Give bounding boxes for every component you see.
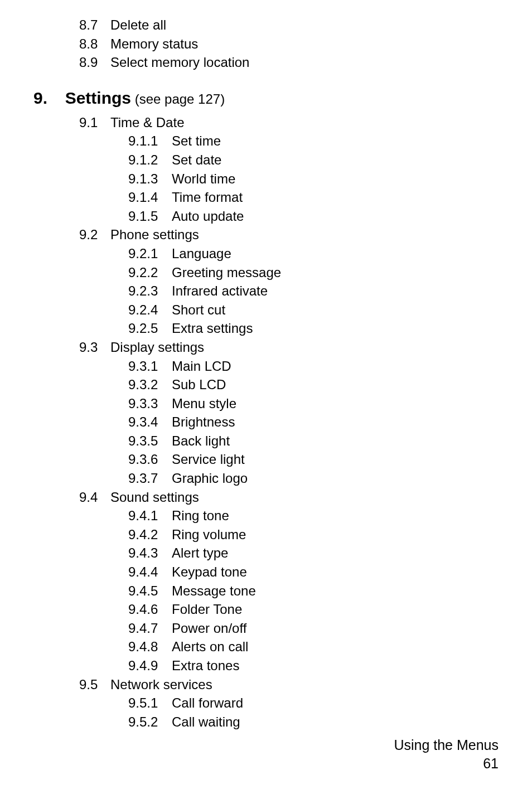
subitem-number: 9.2.5 (128, 319, 172, 338)
chapter-heading: 9. Settings (see page 127) (33, 89, 499, 108)
subitem-number: 9.4.1 (128, 506, 172, 525)
subitem-label: Set time (172, 133, 221, 148)
toc-subitem: 9.1.1Set time (128, 132, 499, 151)
subitem-number: 9.4.9 (128, 656, 172, 675)
toc-subitem: 9.4.9Extra tones (128, 656, 499, 675)
toc-section: 9.4Sound settings (79, 488, 499, 507)
subitem-number: 9.5.2 (128, 713, 172, 732)
section-number: 9.2 (79, 225, 110, 244)
subitem-number: 9.3.2 (128, 375, 172, 394)
chapter-see-ref: (see page 127) (135, 91, 225, 106)
subitem-label: Time format (172, 190, 243, 205)
toc-subitem: 9.1.5Auto update (128, 207, 499, 226)
toc-subitem: 9.4.1Ring tone (128, 506, 499, 525)
subitem-label: Sub LCD (172, 377, 226, 392)
subitem-number: 9.1.4 (128, 188, 172, 207)
section-label: Sound settings (110, 490, 199, 505)
toc-subitem: 9.4.7Power on/off (128, 619, 499, 638)
item-label: Delete all (110, 17, 166, 32)
toc-subitem: 9.2.1Language (128, 244, 499, 263)
toc-section: 9.5Network services (79, 675, 499, 694)
toc-subitem: 9.5.1Call forward (128, 694, 499, 713)
item-number: 8.8 (79, 35, 110, 54)
subitem-label: Extra settings (172, 321, 253, 336)
toc-subitem: 9.1.2Set date (128, 151, 499, 170)
subitem-number: 9.4.6 (128, 600, 172, 619)
subitem-label: Folder Tone (172, 602, 242, 617)
section-label: Network services (110, 677, 212, 692)
section-number: 9.1 (79, 113, 110, 132)
subitem-label: Extra tones (172, 658, 239, 673)
subitem-number: 9.1.2 (128, 151, 172, 170)
section-label: Phone settings (110, 227, 199, 242)
toc-subitem: 9.2.3Infrared activate (128, 282, 499, 301)
subitem-number: 9.1.3 (128, 170, 172, 188)
subitem-label: Message tone (172, 583, 256, 598)
subitem-number: 9.2.4 (128, 301, 172, 319)
toc-subitem: 9.5.2Call waiting (128, 713, 499, 732)
subitem-number: 9.4.8 (128, 637, 172, 656)
subitem-number: 9.3.5 (128, 432, 172, 451)
section-label: Time & Date (110, 115, 184, 130)
subitem-label: Infrared activate (172, 283, 268, 298)
subitem-number: 9.4.3 (128, 544, 172, 563)
section-number: 9.4 (79, 488, 110, 507)
subitem-label: Alerts on call (172, 639, 248, 654)
toc-subitem: 9.3.5Back light (128, 432, 499, 451)
toc-subitem: 9.1.4Time format (128, 188, 499, 207)
subitem-label: Greeting message (172, 265, 281, 280)
toc-section: 9.1Time & Date (79, 113, 499, 132)
item-label: Select memory location (110, 55, 249, 70)
toc-section: 9.3Display settings (79, 338, 499, 357)
subitem-number: 9.4.5 (128, 582, 172, 601)
sections-list: 9.1Time & Date9.1.1Set time9.1.2Set date… (33, 113, 499, 732)
toc-item: 8.7Delete all (79, 16, 499, 35)
toc-subitem: 9.4.6Folder Tone (128, 600, 499, 619)
subitem-number: 9.4.4 (128, 563, 172, 582)
subitem-number: 9.3.4 (128, 413, 172, 432)
section-label: Display settings (110, 340, 204, 355)
subitem-label: Auto update (172, 209, 244, 224)
toc-subitem: 9.3.2Sub LCD (128, 375, 499, 394)
subitem-label: Service light (172, 452, 245, 467)
toc-subitem: 9.3.1Main LCD (128, 357, 499, 376)
toc-subitem: 9.3.6Service light (128, 450, 499, 469)
subitem-label: Call forward (172, 695, 243, 710)
toc-subitem: 9.4.4Keypad tone (128, 563, 499, 582)
item-number: 8.7 (79, 16, 110, 35)
chapter-number: 9. (33, 89, 61, 108)
subitem-label: Alert type (172, 545, 228, 560)
toc-subitem: 9.2.4Short cut (128, 301, 499, 319)
subitem-number: 9.2.2 (128, 263, 172, 282)
subitem-label: Menu style (172, 396, 236, 411)
subitem-label: World time (172, 171, 235, 186)
subitem-number: 9.3.1 (128, 357, 172, 376)
subitem-label: Back light (172, 433, 230, 448)
subitem-number: 9.5.1 (128, 694, 172, 713)
toc-subitem: 9.4.8Alerts on call (128, 637, 499, 656)
chapter-title: Settings (65, 89, 131, 107)
subitem-label: Brightness (172, 414, 235, 429)
item-number: 8.9 (79, 53, 110, 72)
page-footer: Using the Menus 61 (394, 736, 499, 772)
leading-list: 8.7Delete all8.8Memory status8.9Select m… (33, 16, 499, 72)
toc-subitem: 9.2.5Extra settings (128, 319, 499, 338)
item-label: Memory status (110, 36, 198, 51)
toc-subitem: 9.4.2Ring volume (128, 525, 499, 544)
toc-subitem: 9.4.5Message tone (128, 582, 499, 601)
subitem-number: 9.1.1 (128, 132, 172, 151)
subitem-label: Short cut (172, 302, 225, 317)
subitem-number: 9.3.6 (128, 450, 172, 469)
subitem-number: 9.3.7 (128, 469, 172, 488)
subitem-label: Ring volume (172, 527, 246, 542)
subitem-label: Ring tone (172, 508, 229, 523)
toc-item: 8.9Select memory location (79, 53, 499, 72)
subitem-number: 9.2.1 (128, 244, 172, 263)
subitem-number: 9.3.3 (128, 394, 172, 413)
subitem-label: Main LCD (172, 359, 231, 374)
toc-subitem: 9.1.3World time (128, 170, 499, 188)
toc-item: 8.8Memory status (79, 35, 499, 54)
subitem-number: 9.4.7 (128, 619, 172, 638)
toc-section: 9.2Phone settings (79, 225, 499, 244)
toc-subitem: 9.2.2Greeting message (128, 263, 499, 282)
